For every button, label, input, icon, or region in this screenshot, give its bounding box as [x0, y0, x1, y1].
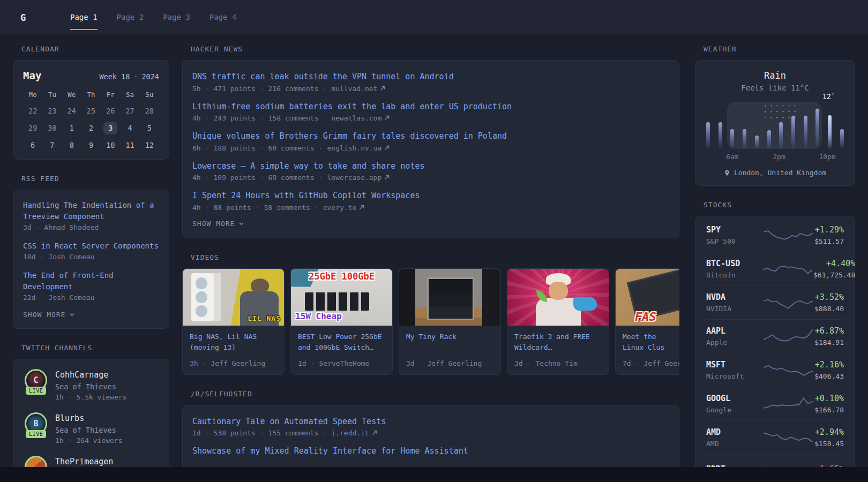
hackernews-show-more-button[interactable]: SHOW MORE	[192, 220, 244, 228]
hn-item-title[interactable]: DNS traffic can leak outside the VPN tun…	[192, 71, 669, 83]
stock-sparkline	[762, 428, 814, 447]
rss-item-title[interactable]: The End of Front-End Development	[23, 270, 159, 292]
tab-page-1[interactable]: Page 1	[70, 5, 98, 30]
video-title[interactable]: My Tiny Rack	[406, 332, 493, 354]
stock-row[interactable]: GOOGLGoogle +0.10%$166.78	[706, 387, 844, 420]
rss-item-title[interactable]: CSS in React Server Components	[23, 240, 159, 252]
reddit-item: Cautionary Tale on Automated Speed Tests…	[192, 416, 669, 438]
calendar-day: 22	[28, 107, 37, 115]
weather-location: London, United Kingdom	[706, 169, 844, 177]
hackernews-card: DNS traffic can leak outside the VPN tun…	[182, 60, 679, 238]
hackernews-widget: HACKER NEWS DNS traffic can leak outside…	[182, 45, 679, 238]
rss-widget: RSS FEED Handling The Indentation of a T…	[13, 175, 169, 329]
hn-item: DNS traffic can leak outside the VPN tun…	[192, 71, 669, 93]
video-title[interactable]: BEST Low Power 25GbE and 100GbE Switch…	[298, 332, 385, 354]
hn-item-title[interactable]: Lowercase – A simple way to take and sha…	[192, 160, 669, 172]
twitch-channel-name[interactable]: Blurbs	[55, 413, 123, 423]
source-link[interactable]: lowercase.app	[315, 174, 390, 182]
calendar-day: 11	[125, 141, 134, 149]
calendar-day: 29	[28, 124, 37, 132]
stock-change: +1.29%	[814, 225, 844, 235]
source-link[interactable]: every.to	[310, 204, 364, 212]
video-card[interactable]: FAS Meet the Linux Clus 7dJeff Geerling	[615, 268, 679, 375]
calendar-date-grid: 22 23 24 25 26 27 28 29 30 1 2 3 4 5 6 7	[23, 107, 159, 149]
stock-row[interactable]: AAPLApple +6.87%$184.91	[706, 319, 844, 353]
hn-item-title[interactable]: Lithium-free sodium batteries exit the l…	[192, 101, 669, 113]
docker-whale-icon	[573, 297, 597, 311]
external-link-icon	[359, 205, 364, 210]
comments-link[interactable]: 69 comments	[256, 174, 315, 182]
video-title[interactable]: Meet the Linux Clus	[623, 332, 679, 354]
twitch-meta: 1h5.5k viewers	[55, 393, 126, 401]
twitch-channel-name[interactable]: CohhCarnage	[55, 370, 126, 380]
source-link[interactable]: i.redd.it	[319, 429, 377, 437]
video-title[interactable]: Traefik 3 and FREE Wildcard…	[514, 332, 602, 354]
rss-item-title[interactable]: Handling The Indentation of a Treeview C…	[23, 200, 159, 222]
hn-item: Lithium-free sodium batteries exit the l…	[192, 101, 669, 123]
calendar-day: 8	[70, 141, 74, 149]
stock-price: $61,725.48	[813, 271, 855, 279]
weather-condition: Rain	[706, 70, 844, 81]
tab-page-2[interactable]: Page 2	[117, 5, 144, 30]
app-logo[interactable]: G	[13, 5, 58, 30]
stock-ticker: MSFT	[706, 360, 762, 370]
calendar-day: 9	[89, 141, 93, 149]
temperature-bar	[743, 129, 746, 149]
time-axis-labels: 6am 2pm 10pm	[706, 153, 844, 162]
video-card[interactable]: My Tiny Rack 3dJeff Geerling	[399, 268, 501, 375]
stock-change: +0.10%	[814, 394, 844, 403]
reddit-item-title[interactable]: Showcase of my Mixed Reality Interface f…	[192, 445, 669, 457]
hn-item-title[interactable]: Unique volumes of Brothers Grimm fairy t…	[192, 130, 669, 142]
comments-link[interactable]: 155 comments	[256, 429, 319, 437]
rss-item-meta: 3dAhmad Shadeed	[23, 223, 159, 231]
stock-row[interactable]: MSFTMicrosoft +2.16%$406.43	[706, 353, 844, 387]
hn-item-meta: 4h109 points69 commentslowercase.app	[192, 174, 669, 182]
comments-link[interactable]: 216 comments	[256, 85, 319, 93]
video-card[interactable]: Traefik 3 and FREE Wildcard… 3dTechno Ti…	[507, 268, 609, 375]
rss-show-more-button[interactable]: SHOW MORE	[23, 311, 75, 319]
twitch-card: C LIVE CohhCarnage Sea of Thieves 1h5.5k…	[13, 359, 169, 482]
source-link[interactable]: newatlas.com	[319, 114, 390, 122]
temperature-bar	[815, 109, 819, 149]
comments-link[interactable]: 58 comments	[251, 204, 310, 212]
twitch-channel-name[interactable]: ThePrimeagen	[55, 457, 113, 466]
video-thumbnail	[507, 269, 609, 326]
source-link[interactable]: english.nv.ua	[315, 144, 390, 152]
source-link[interactable]: mullvad.net	[319, 85, 386, 93]
external-link-icon	[380, 86, 385, 91]
video-title[interactable]: Big NAS, Lil NAS (moving 13)	[190, 332, 277, 354]
stock-row[interactable]: NVDANVIDIA +3.52%$888.40	[706, 285, 844, 319]
stock-change: +3.52%	[814, 292, 844, 302]
reddit-item-title[interactable]: Cautionary Tale on Automated Speed Tests	[192, 416, 669, 428]
stock-row[interactable]: BTC-USDBitcoin +4.40%$61,725.48	[706, 252, 844, 285]
stock-sparkline	[762, 260, 813, 278]
comments-link[interactable]: 60 comments	[256, 144, 315, 152]
rss-item[interactable]: CSS in React Server Components 18dJosh C…	[23, 240, 159, 261]
rss-item[interactable]: The End of Front-End Development 22dJosh…	[23, 270, 159, 302]
hn-item-title[interactable]: I Spent 24 Hours with GitHub Copilot Wor…	[192, 190, 669, 202]
comments-link[interactable]: 158 comments	[256, 114, 319, 122]
tab-page-3[interactable]: Page 3	[163, 5, 190, 30]
twitch-channel-row[interactable]: B LIVE Blurbs Sea of Thieves 1h264 viewe…	[23, 412, 159, 445]
external-link-icon	[372, 430, 377, 435]
stock-price: $406.43	[814, 372, 844, 380]
calendar-day: 12	[145, 141, 154, 149]
stock-row[interactable]: AMDAMD +2.94%$150.45	[706, 420, 844, 454]
stock-ticker: SPY	[706, 225, 762, 235]
reddit-card: Cautionary Tale on Automated Speed Tests…	[182, 405, 679, 476]
stocks-widget: STOCKS SPYS&P 500 +1.29%$511.57 BTC-USDB…	[695, 201, 855, 482]
video-meta: 3dJeff Geerling	[406, 359, 493, 367]
calendar-day: 25	[87, 107, 95, 115]
hn-item: Unique volumes of Brothers Grimm fairy t…	[192, 130, 669, 152]
dashboard: CALENDAR May Week 182024 MoTuWeThFrSaSu …	[0, 34, 868, 482]
rss-item[interactable]: Handling The Indentation of a Treeview C…	[23, 200, 159, 231]
reddit-item: Showcase of my Mixed Reality Interface f…	[192, 445, 669, 457]
twitch-widget: TWITCH CHANNELS C LIVE CohhCarnage Sea o…	[13, 344, 169, 482]
twitch-channel-row[interactable]: C LIVE CohhCarnage Sea of Thieves 1h5.5k…	[23, 369, 159, 401]
stock-name: Google	[706, 406, 762, 414]
video-card[interactable]: LIL NAS Big NAS, Lil NAS (moving 13) 3hJ…	[182, 268, 285, 375]
tab-page-4[interactable]: Page 4	[209, 5, 237, 30]
video-card[interactable]: 25GbE 100GbE 15W Cheap BEST Low Power 25…	[290, 268, 393, 375]
stock-row[interactable]: SPYS&P 500 +1.29%$511.57	[706, 219, 844, 252]
weather-hourly-chart: 12°	[706, 106, 844, 149]
